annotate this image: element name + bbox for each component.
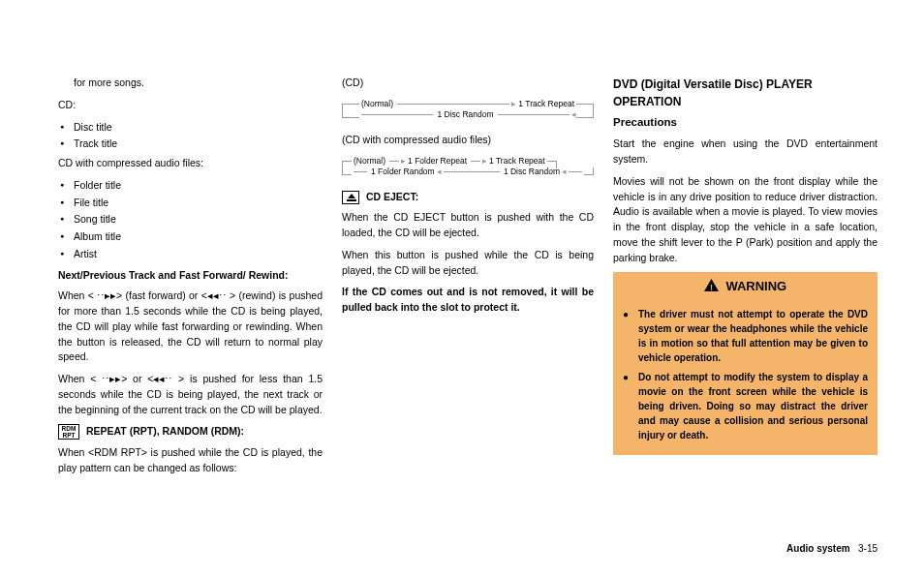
eject-bold-note: If the CD comes out and is not removed, … <box>342 285 594 316</box>
compressed-paren-label: (CD with compressed audio files) <box>342 133 594 148</box>
ff-paragraph: When < ⋅⋅▸▸> (fast forward) or <◂◂⋅⋅ > (… <box>58 288 323 365</box>
page-content: for more songs. CD: Disc title Track tit… <box>58 76 878 531</box>
precautions-heading: Precautions <box>613 114 878 131</box>
cd-paren-label: (CD) <box>342 76 594 91</box>
column-2: (CD) (Normal) ▸ 1 Track Repeat 1 Disc Ra… <box>342 76 594 531</box>
next-prev-heading: Next/Previous Track and Fast Forward/ Re… <box>58 268 323 284</box>
rpt-rdm-heading: RDMRPT REPEAT (RPT), RANDOM (RDM): <box>58 424 323 440</box>
play-pattern-diagram-compressed: (Normal) ▸ 1 Folder Repeat ▸ 1 Track Rep… <box>342 155 594 182</box>
warning-item: The driver must not attempt to operate t… <box>623 307 868 365</box>
warning-title: ! WARNING <box>613 272 878 302</box>
play-pattern-diagram-cd: (Normal) ▸ 1 Track Repeat 1 Disc Random … <box>342 98 594 125</box>
rdm-rpt-icon: RDMRPT <box>58 424 79 440</box>
footer-section: Audio system <box>786 543 850 554</box>
precautions-p1: Start the engine when using the DVD ente… <box>613 137 878 167</box>
list-item: Folder title <box>58 178 323 194</box>
dvd-section-heading: DVD (Digital Versatile Disc) PLAYER OPER… <box>613 76 878 110</box>
column-3: DVD (Digital Versatile Disc) PLAYER OPER… <box>613 76 878 531</box>
rpt-paragraph: When <RDM RPT> is pushed while the CD is… <box>58 445 323 476</box>
compressed-label: CD with compressed audio files: <box>58 156 323 171</box>
eject-heading: CD EJECT: <box>342 190 594 205</box>
footer-page-number: 3-15 <box>858 543 878 554</box>
list-item: Song title <box>58 212 323 228</box>
warning-item: Do not attempt to modify the system to d… <box>623 370 868 442</box>
eject-para-1: When the CD EJECT button is pushed with … <box>342 210 594 241</box>
cd-label: CD: <box>58 98 323 113</box>
compressed-list: Folder title File title Song title Album… <box>58 178 323 262</box>
svg-text:!: ! <box>710 283 713 292</box>
column-1: for more songs. CD: Disc title Track tit… <box>58 76 323 531</box>
track-paragraph: When < ⋅⋅▸▸> or <◂◂⋅⋅ > is pushed for le… <box>58 372 323 417</box>
warning-box: ! WARNING The driver must not attempt to… <box>613 272 878 454</box>
warning-title-text: WARNING <box>725 279 786 293</box>
precautions-p2: Movies will not be shown on the front di… <box>613 174 878 266</box>
rpt-heading-text: REPEAT (RPT), RANDOM (RDM): <box>86 425 244 437</box>
continuation-line: for more songs. <box>58 76 323 91</box>
list-item: Track title <box>58 137 323 152</box>
list-item: Artist <box>58 247 323 262</box>
list-item: Album title <box>58 229 323 245</box>
page-footer: Audio system 3-15 <box>786 541 878 556</box>
eject-para-2: When this button is pushed while the CD … <box>342 248 594 279</box>
cd-list: Disc title Track title <box>58 120 323 153</box>
list-item: File title <box>58 196 323 211</box>
eject-icon <box>342 191 359 204</box>
eject-heading-text: CD EJECT: <box>366 191 418 202</box>
warning-triangle-icon: ! <box>704 278 719 297</box>
warning-body: The driver must not attempt to operate t… <box>613 303 878 455</box>
list-item: Disc title <box>58 120 323 136</box>
